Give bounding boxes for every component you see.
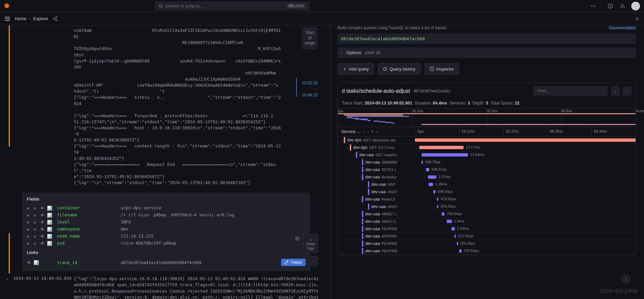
breadcrumb-explore[interactable]: Explore bbox=[33, 16, 48, 21]
search-icon bbox=[159, 4, 163, 8]
zoom-out-icon[interactable]: ⊖ bbox=[34, 213, 38, 217]
scroll-up-button[interactable]: ↑ bbox=[308, 256, 318, 266]
eye-icon[interactable]: 👁 bbox=[40, 213, 45, 217]
zoom-out-icon[interactable]: ⊖ bbox=[34, 220, 38, 224]
trace-minimap[interactable]: 0µs16.1ms32.2ms48.3ms64.4ms bbox=[338, 109, 636, 127]
span-row[interactable]: dev-uaa SETEX ( 936.67µs bbox=[338, 166, 636, 173]
collapse-one[interactable]: ⌄ bbox=[363, 129, 366, 134]
stats-icon[interactable]: 📊 bbox=[34, 260, 38, 265]
documentation-link[interactable]: Documentation bbox=[609, 26, 636, 30]
menu-icon[interactable] bbox=[4, 15, 11, 22]
span-row[interactable]: ⌄ dev-uaa GET /uaa/inn 13.53ms bbox=[338, 151, 636, 159]
span-row[interactable]: dev-uaa PEXPIRE 226.42µs bbox=[338, 240, 636, 247]
zoom-in-icon[interactable]: ⊕ bbox=[27, 213, 32, 217]
copy-button[interactable] bbox=[292, 234, 303, 244]
span-row[interactable]: dev-uaa HMSET ( 750.04µs bbox=[338, 210, 636, 218]
global-search[interactable]: ⌨ ctrl+k bbox=[155, 2, 309, 10]
zoom-out-icon[interactable]: ⊖ bbox=[34, 241, 38, 246]
span-chevron[interactable]: ⌄ bbox=[346, 145, 350, 149]
span-row[interactable]: ⌄ dev-uaa RedisCli 473.63µs bbox=[338, 196, 636, 203]
stats-icon[interactable]: 📊 bbox=[47, 206, 52, 210]
grafana-logo[interactable] bbox=[4, 3, 11, 9]
span-service: dev-uaa bbox=[365, 212, 380, 216]
zoom-in-icon[interactable]: ⊕ bbox=[27, 241, 32, 246]
query-input[interactable]: d87de367ee41ec41a6dd069d84f4c068 bbox=[337, 34, 636, 44]
log-entry[interactable]: › 2024-05-13 10:49:02.859 {"log":"[scpo-… bbox=[7, 276, 330, 299]
news-icon[interactable] bbox=[619, 3, 626, 9]
collapse-all[interactable]: ⩔ bbox=[371, 130, 374, 134]
eye-icon[interactable]: 👁 bbox=[40, 227, 45, 231]
search-input[interactable] bbox=[165, 3, 287, 8]
stats-icon[interactable]: 📊 bbox=[47, 213, 52, 217]
tempo-link-button[interactable]: Tempo bbox=[281, 259, 306, 266]
span-row[interactable]: ⌄ dev-dps GET (13.17ms) 13.17ms bbox=[338, 144, 636, 151]
span-chevron[interactable]: ⌄ bbox=[352, 153, 356, 157]
inspector-button[interactable]: Inspector bbox=[425, 63, 459, 75]
span-chevron[interactable]: ⌄ bbox=[358, 175, 362, 179]
svg-line-11 bbox=[54, 17, 56, 18]
expand-all[interactable]: » bbox=[376, 130, 378, 134]
find-prev[interactable]: ↑ bbox=[623, 87, 632, 95]
span-duration: 1.4ms bbox=[454, 219, 464, 223]
span-row[interactable]: dev-uaa PEXPIRE 1.03ms bbox=[338, 225, 636, 232]
user-avatar[interactable] bbox=[631, 2, 640, 10]
breadcrumb-home[interactable]: Home bbox=[15, 16, 26, 21]
add-query-button[interactable]: ＋ Add query bbox=[337, 63, 374, 75]
scroll-top-button[interactable]: ↑ bbox=[621, 274, 631, 284]
span-row[interactable]: dev-uaa APPEND 311.01µs bbox=[338, 232, 636, 240]
expand-one[interactable]: › bbox=[368, 130, 369, 134]
stats-icon[interactable]: 📊 bbox=[47, 234, 52, 239]
span-service: dev-uaa bbox=[365, 167, 380, 172]
older-logs-button[interactable]: ⌄Older logs bbox=[303, 234, 318, 253]
span-colorbar bbox=[344, 137, 345, 143]
zoom-in-icon[interactable]: ⊕ bbox=[27, 220, 32, 224]
span-duration: 311.01µs bbox=[458, 234, 473, 238]
eye-icon[interactable]: 👁 bbox=[40, 206, 45, 210]
span-service: dev-uaa bbox=[365, 226, 380, 231]
minimap-tick: 48.3ms bbox=[561, 109, 572, 113]
field-val-trace-id: d87de367ee41ec41a6dd069d84f4c068 bbox=[121, 260, 274, 265]
span-duration: 750.04µs bbox=[447, 212, 462, 216]
zoom-out-icon[interactable]: ⊖ bbox=[34, 234, 38, 239]
span-bar bbox=[422, 153, 468, 157]
zoom-out-icon[interactable]: ⊖ bbox=[34, 206, 38, 210]
expand-chevron[interactable]: › bbox=[7, 276, 13, 299]
span-row[interactable]: dev-uaa HGET 304.26µs bbox=[338, 203, 636, 210]
query-history-button[interactable]: Query history bbox=[378, 63, 420, 75]
eye-icon[interactable]: 👁 bbox=[40, 220, 45, 224]
span-row[interactable]: dev-uaa PEXPIRE 702.63µs bbox=[338, 247, 636, 255]
zoom-in-icon[interactable]: ⊕ bbox=[27, 206, 32, 210]
stats-icon[interactable]: 📊 bbox=[47, 220, 52, 224]
span-row[interactable]: ⌄ dev-dps GET /dps/async-tas bbox=[338, 136, 636, 144]
eye-icon[interactable]: 👁 bbox=[40, 241, 45, 246]
find-input[interactable] bbox=[534, 86, 607, 95]
stats-icon[interactable]: 📊 bbox=[47, 227, 52, 231]
options-row[interactable]: › Options Limit: 20 bbox=[337, 47, 636, 58]
zoom-out-icon[interactable]: ⊖ bbox=[34, 227, 38, 231]
span-bar bbox=[442, 212, 444, 216]
span-row[interactable]: dev-uaa HGET 599.58µs bbox=[338, 188, 636, 196]
add-menu[interactable]: ＋▾ bbox=[589, 3, 596, 9]
span-chevron[interactable]: ⌄ bbox=[358, 197, 362, 201]
minimap-tick: 32.2ms bbox=[487, 109, 498, 113]
zoom-in-icon[interactable]: ⊕ bbox=[27, 234, 32, 239]
span-row[interactable]: dev-uaa SMEMBE 349.78µs bbox=[338, 159, 636, 166]
span-colorbar bbox=[362, 167, 363, 173]
eye-icon[interactable]: 👁 bbox=[27, 260, 32, 265]
span-operation: GET /uaa/inn bbox=[375, 153, 397, 157]
span-row[interactable]: dev-uaa SINT 1.28ms bbox=[338, 181, 636, 188]
span-chevron[interactable]: ⌄ bbox=[340, 138, 344, 142]
collapse-icon[interactable] bbox=[635, 16, 640, 22]
options-chevron[interactable]: › bbox=[341, 50, 342, 55]
share-icon[interactable] bbox=[53, 16, 58, 21]
help-icon[interactable] bbox=[607, 3, 614, 9]
zoom-in-icon[interactable]: ⊕ bbox=[27, 227, 32, 231]
span-row[interactable]: dev-uaa SADD (1. 1.4ms bbox=[338, 218, 636, 225]
eye-icon[interactable]: 👁 bbox=[40, 234, 45, 239]
links-title: Links bbox=[27, 250, 306, 255]
find-next[interactable]: ↓ bbox=[611, 87, 620, 95]
span-row[interactable]: ⌄ dev-uaa RedisAut 2.37ms bbox=[338, 173, 636, 181]
stats-icon[interactable]: 📊 bbox=[47, 241, 52, 246]
span-operation: APPEND bbox=[381, 234, 396, 238]
span-operation: SETEX ( bbox=[381, 168, 396, 172]
